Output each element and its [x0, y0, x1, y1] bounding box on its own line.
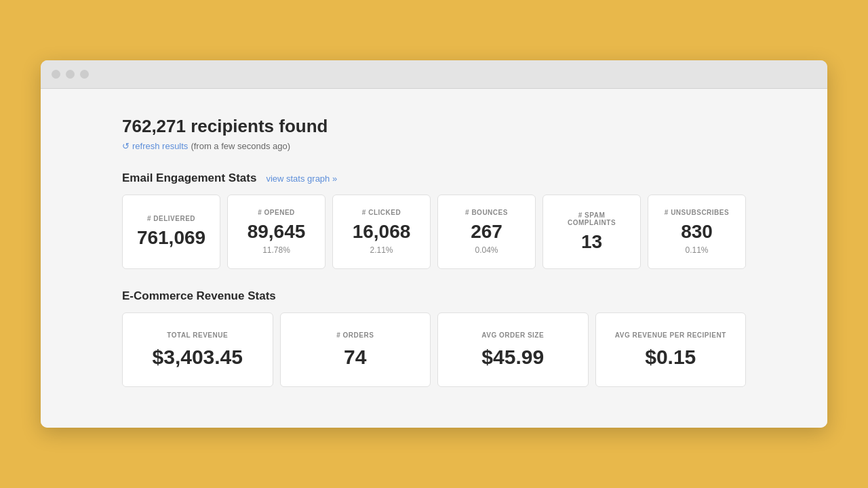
- email-stats-grid: # DELIVERED761,069# OPENED89,64511.78%# …: [122, 195, 746, 269]
- revenue-stats-header: E-Commerce Revenue Stats: [122, 289, 746, 303]
- browser-window: 762,271 recipients found ↺ refresh resul…: [41, 60, 827, 428]
- browser-maximize-btn[interactable]: [80, 70, 89, 79]
- refresh-link[interactable]: refresh results: [132, 141, 188, 151]
- revenue-card-2: AVG ORDER SIZE$45.99: [437, 312, 589, 387]
- browser-minimize-btn[interactable]: [66, 70, 75, 79]
- email-stat-label-3: # BOUNCES: [465, 209, 508, 216]
- revenue-card-1: # ORDERS74: [280, 312, 431, 387]
- revenue-stats-grid: TOTAL REVENUE$3,403.45# ORDERS74AVG ORDE…: [122, 312, 746, 387]
- revenue-label-1: # ORDERS: [336, 331, 374, 339]
- revenue-card-0: TOTAL REVENUE$3,403.45: [122, 312, 273, 387]
- email-stat-value-0: 761,069: [137, 228, 205, 249]
- email-stat-value-5: 830: [681, 222, 713, 243]
- email-stats-title: Email Engagement Stats: [122, 171, 256, 185]
- email-stat-card-3: # BOUNCES2670.04%: [437, 195, 536, 269]
- email-stat-label-5: # UNSUBSCRIBES: [665, 209, 729, 216]
- revenue-stats-title: E-Commerce Revenue Stats: [122, 289, 276, 303]
- email-stat-value-3: 267: [471, 222, 502, 243]
- revenue-label-0: TOTAL REVENUE: [167, 331, 228, 339]
- email-stat-value-1: 89,645: [248, 222, 306, 243]
- refresh-icon: ↺: [122, 141, 130, 151]
- browser-close-btn[interactable]: [52, 70, 60, 79]
- revenue-card-3: AVG REVENUE PER RECIPIENT$0.15: [595, 312, 747, 387]
- revenue-label-3: AVG REVENUE PER RECIPIENT: [615, 331, 726, 339]
- revenue-value-3: $0.15: [645, 346, 696, 369]
- email-stat-value-4: 13: [581, 232, 602, 253]
- email-stats-header: Email Engagement Stats view stats graph …: [122, 171, 746, 185]
- email-stat-value-2: 16,068: [353, 222, 411, 243]
- email-stat-percent-3: 0.04%: [475, 245, 498, 255]
- email-stat-card-5: # UNSUBSCRIBES8300.11%: [648, 195, 746, 269]
- email-stat-label-0: # DELIVERED: [147, 215, 195, 222]
- revenue-value-1: 74: [344, 346, 366, 369]
- recipients-title: 762,271 recipients found: [122, 116, 746, 137]
- browser-content: 762,271 recipients found ↺ refresh resul…: [41, 89, 827, 428]
- revenue-value-2: $45.99: [481, 346, 544, 369]
- email-stat-label-1: # OPENED: [258, 209, 295, 216]
- email-stat-card-0: # DELIVERED761,069: [122, 195, 220, 269]
- email-stat-percent-2: 2.11%: [370, 245, 393, 255]
- email-stat-label-2: # CLICKED: [362, 209, 401, 216]
- view-stats-link[interactable]: view stats graph »: [266, 174, 337, 184]
- refresh-time: (from a few seconds ago): [191, 141, 290, 151]
- revenue-label-2: AVG ORDER SIZE: [481, 331, 544, 339]
- email-stat-percent-1: 11.78%: [262, 245, 290, 255]
- browser-titlebar: [41, 60, 827, 89]
- revenue-value-0: $3,403.45: [153, 346, 243, 369]
- email-stat-card-4: # SPAM COMPLAINTS13: [542, 195, 641, 269]
- email-stat-label-4: # SPAM COMPLAINTS: [554, 211, 629, 226]
- refresh-row: ↺ refresh results (from a few seconds ag…: [122, 141, 746, 151]
- email-stat-card-1: # OPENED89,64511.78%: [227, 195, 326, 269]
- email-stat-card-2: # CLICKED16,0682.11%: [332, 195, 431, 269]
- email-stat-percent-5: 0.11%: [685, 245, 708, 255]
